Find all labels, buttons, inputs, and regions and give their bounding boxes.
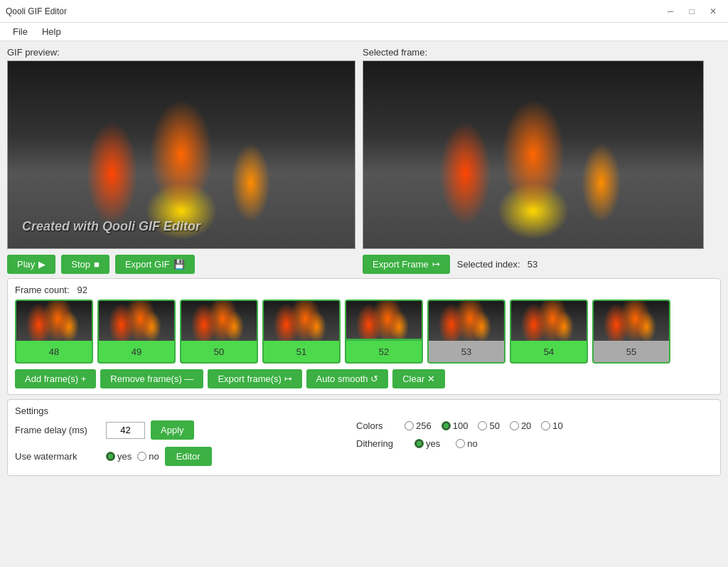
frame-label-52: 52 [346,341,422,362]
export-frame-button[interactable]: Export Frame ↦ [363,255,450,274]
settings-title: Settings [15,406,713,416]
color-option-50[interactable]: 50 [478,420,499,431]
frame-count-label: Frame count: 92 [15,285,713,295]
play-button[interactable]: Play ▶ [7,255,55,274]
selected-index-label: Selected index: [457,259,520,270]
watermark-yes-radio[interactable] [106,452,115,461]
color-value-100: 100 [453,420,469,431]
export-gif-label: Export GIF [125,259,170,270]
color-option-256[interactable]: 256 [405,420,432,431]
selected-frame-panel: Selected frame: Export Frame ↦ Selected … [363,47,704,274]
use-watermark-label: Use watermark [15,451,100,462]
selected-frame-controls: Export Frame ↦ Selected index: 53 [363,255,704,274]
frame-thumb-48[interactable]: 48 [15,300,93,364]
frame-fire-48 [16,301,92,341]
gif-preview-container: Created with Qooli GIF Editor [7,60,355,249]
color-radio-10[interactable] [541,421,550,430]
frame-thumb-52[interactable]: 52 [345,300,423,364]
export-frames-button[interactable]: Export frame(s) ↦ [208,369,301,388]
color-option-10[interactable]: 10 [541,420,562,431]
selected-index-value: 53 [528,259,537,270]
frame-label-54: 54 [511,341,587,362]
remove-frames-button[interactable]: Remove frame(s) — [100,369,203,388]
frame-strip-controls: Add frame(s) + Remove frame(s) — Export … [15,369,713,388]
add-frames-button[interactable]: Add frame(s) + [15,369,96,388]
selected-fire-visual [363,61,703,248]
dithering-no-radio[interactable] [456,439,465,448]
title-bar-controls: ─ □ ✕ [661,4,722,18]
color-option-20[interactable]: 20 [510,420,531,431]
frame-count-value: 92 [77,285,87,295]
watermark-no-radio[interactable] [137,452,146,461]
title-bar: Qooli GIF Editor ─ □ ✕ [0,0,728,23]
selected-preview-wrapper [363,60,704,249]
export-frame-label: Export Frame [373,259,429,270]
editor-button[interactable]: Editor [165,447,212,466]
watermark-yes-text: yes [117,451,132,462]
watermark-row: Use watermark yes no Editor [15,447,356,466]
watermark-no-label[interactable]: no [137,451,159,462]
close-button[interactable]: ✕ [704,4,722,18]
frame-strip-section: Frame count: 92 48 49 50 51 52 [7,278,721,395]
frame-label-51: 51 [264,341,339,362]
play-icon: ▶ [38,259,46,270]
frame-label-48: 48 [16,341,92,362]
color-radio-50[interactable] [478,421,487,430]
frame-fire-49 [99,301,174,341]
color-radio-20[interactable] [510,421,519,430]
selected-preview-container [363,60,704,249]
app-title: Qooli GIF Editor [6,6,67,16]
export-frame-icon: ↦ [432,259,440,270]
menu-help[interactable]: Help [35,25,68,38]
frame-delay-row: Frame delay (ms) Apply [15,420,356,440]
auto-smooth-button[interactable]: Auto smooth ↺ [306,369,389,388]
preview-section: GIF preview: Created with Qooli GIF Edit… [7,47,721,274]
dithering-row: Dithering yes no [356,438,713,449]
frame-strip: 48 49 50 51 52 53 54 55 [15,300,713,364]
frame-fire-50 [181,301,257,341]
maximize-button[interactable]: □ [682,4,701,18]
stop-icon: ■ [94,259,100,270]
frame-delay-input[interactable] [106,422,145,439]
minimize-button[interactable]: ─ [661,4,680,18]
dithering-yes-radio[interactable] [414,439,424,448]
frame-label-55: 55 [594,341,669,362]
frame-thumb-55[interactable]: 55 [592,300,670,364]
clear-button[interactable]: Clear ✕ [392,369,445,388]
export-gif-button[interactable]: Export GIF 💾 [115,255,195,274]
colors-row: Colors 256100502010 [356,420,713,431]
frame-thumb-50[interactable]: 50 [180,300,258,364]
watermark-yes-label[interactable]: yes [106,451,132,462]
play-label: Play [17,259,35,270]
dithering-no-text: no [467,438,477,449]
stop-button[interactable]: Stop ■ [61,255,109,274]
gif-preview-wrapper: Created with Qooli GIF Editor [7,60,355,249]
menu-bar: File Help [0,23,728,41]
settings-section: Settings Frame delay (ms) Apply Use wate… [7,399,721,476]
gif-preview-label: GIF preview: [7,47,355,58]
stop-label: Stop [71,259,90,270]
color-option-100[interactable]: 100 [441,420,469,431]
gif-preview-controls: Play ▶ Stop ■ Export GIF 💾 [7,255,355,274]
frame-fire-52 [346,301,422,341]
color-value-10: 10 [552,420,562,431]
frame-thumb-54[interactable]: 54 [510,300,588,364]
frame-fire-53 [429,301,504,341]
dithering-label: Dithering [356,438,399,449]
watermark-no-text: no [149,451,159,462]
frame-thumb-49[interactable]: 49 [97,300,176,364]
menu-file[interactable]: File [6,25,35,38]
apply-button[interactable]: Apply [151,420,194,440]
color-radio-100[interactable] [441,421,451,430]
frame-thumb-51[interactable]: 51 [262,300,341,364]
frame-delay-label: Frame delay (ms) [15,425,100,435]
frame-thumb-53[interactable]: 53 [427,300,505,364]
frame-count-text: Frame count: [15,285,70,295]
colors-label: Colors [356,420,399,431]
dithering-no-label[interactable]: no [456,438,477,449]
gif-preview-panel: GIF preview: Created with Qooli GIF Edit… [7,47,355,274]
color-radio-256[interactable] [405,421,414,430]
frame-fire-51 [264,301,339,341]
dithering-yes-label[interactable]: yes [414,438,440,449]
export-gif-icon: 💾 [173,259,185,270]
